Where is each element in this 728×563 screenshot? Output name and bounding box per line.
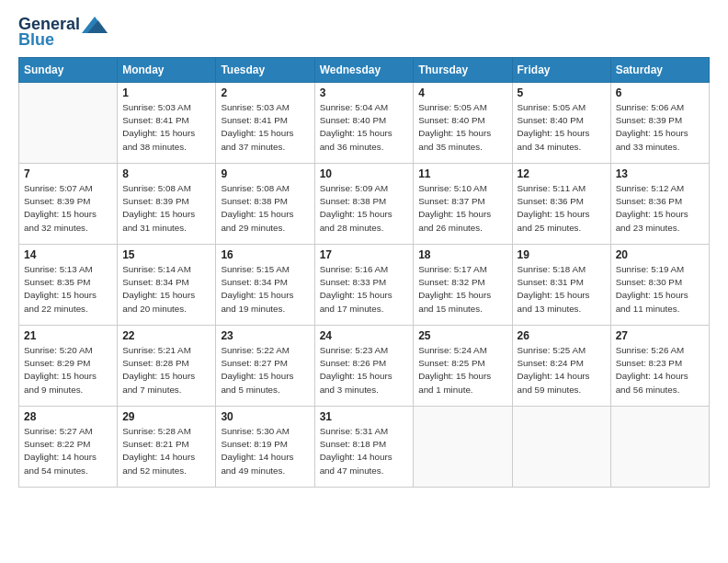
day-of-week-header: Saturday [610,58,709,83]
calendar-cell: 13Sunrise: 5:12 AM Sunset: 8:36 PM Dayli… [610,164,709,245]
day-info: Sunrise: 5:10 AM Sunset: 8:37 PM Dayligh… [418,182,506,235]
day-number: 8 [122,167,210,180]
calendar-cell: 29Sunrise: 5:28 AM Sunset: 8:21 PM Dayli… [118,407,216,488]
logo-icon [82,17,108,33]
day-number: 23 [221,329,309,342]
calendar-cell: 7Sunrise: 5:07 AM Sunset: 8:39 PM Daylig… [19,164,118,245]
day-info: Sunrise: 5:13 AM Sunset: 8:35 PM Dayligh… [24,263,112,316]
day-info: Sunrise: 5:17 AM Sunset: 8:32 PM Dayligh… [418,263,506,316]
calendar-cell: 24Sunrise: 5:23 AM Sunset: 8:26 PM Dayli… [314,326,414,407]
day-of-week-header: Monday [118,58,216,83]
day-info: Sunrise: 5:07 AM Sunset: 8:39 PM Dayligh… [24,182,112,235]
day-number: 31 [320,410,409,423]
day-number: 19 [518,248,606,261]
page-header: General Blue [18,15,710,50]
day-info: Sunrise: 5:08 AM Sunset: 8:38 PM Dayligh… [221,182,309,235]
day-number: 10 [320,167,409,180]
day-info: Sunrise: 5:09 AM Sunset: 8:38 PM Dayligh… [320,182,409,235]
calendar-cell [19,83,118,164]
day-info: Sunrise: 5:26 AM Sunset: 8:23 PM Dayligh… [616,344,704,396]
calendar-cell: 30Sunrise: 5:30 AM Sunset: 8:19 PM Dayli… [216,407,314,488]
calendar-cell: 1Sunrise: 5:03 AM Sunset: 8:41 PM Daylig… [118,83,216,164]
day-of-week-header: Tuesday [216,58,314,83]
calendar-table: SundayMondayTuesdayWednesdayThursdayFrid… [18,57,710,488]
day-number: 25 [418,329,506,342]
calendar-header-row: SundayMondayTuesdayWednesdayThursdayFrid… [19,58,710,83]
calendar-cell: 15Sunrise: 5:14 AM Sunset: 8:34 PM Dayli… [118,245,216,326]
calendar-cell: 14Sunrise: 5:13 AM Sunset: 8:35 PM Dayli… [19,245,118,326]
day-info: Sunrise: 5:30 AM Sunset: 8:19 PM Dayligh… [221,425,309,477]
calendar-cell: 4Sunrise: 5:05 AM Sunset: 8:40 PM Daylig… [414,83,512,164]
day-number: 15 [122,248,210,261]
day-number: 30 [221,410,309,423]
day-number: 27 [616,329,704,342]
logo-blue: Blue [18,30,54,50]
calendar-cell: 16Sunrise: 5:15 AM Sunset: 8:34 PM Dayli… [216,245,314,326]
day-info: Sunrise: 5:22 AM Sunset: 8:27 PM Dayligh… [221,344,309,396]
calendar-week-row: 14Sunrise: 5:13 AM Sunset: 8:35 PM Dayli… [19,245,710,326]
calendar-cell: 21Sunrise: 5:20 AM Sunset: 8:29 PM Dayli… [19,326,118,407]
calendar-cell: 25Sunrise: 5:24 AM Sunset: 8:25 PM Dayli… [414,326,512,407]
day-info: Sunrise: 5:03 AM Sunset: 8:41 PM Dayligh… [221,101,309,154]
day-number: 6 [616,86,704,99]
day-info: Sunrise: 5:08 AM Sunset: 8:39 PM Dayligh… [122,182,210,235]
calendar-cell [414,407,512,488]
day-number: 3 [320,86,409,99]
day-number: 28 [24,410,112,423]
calendar-cell: 28Sunrise: 5:27 AM Sunset: 8:22 PM Dayli… [19,407,118,488]
day-info: Sunrise: 5:18 AM Sunset: 8:31 PM Dayligh… [518,263,606,316]
day-info: Sunrise: 5:05 AM Sunset: 8:40 PM Dayligh… [418,101,506,154]
calendar-cell: 6Sunrise: 5:06 AM Sunset: 8:39 PM Daylig… [610,83,709,164]
calendar-cell [512,407,610,488]
day-number: 13 [616,167,704,180]
day-number: 4 [418,86,506,99]
day-info: Sunrise: 5:03 AM Sunset: 8:41 PM Dayligh… [122,101,210,154]
day-info: Sunrise: 5:28 AM Sunset: 8:21 PM Dayligh… [122,425,210,477]
day-info: Sunrise: 5:21 AM Sunset: 8:28 PM Dayligh… [122,344,210,396]
day-number: 21 [24,329,112,342]
calendar-cell: 8Sunrise: 5:08 AM Sunset: 8:39 PM Daylig… [118,164,216,245]
day-info: Sunrise: 5:14 AM Sunset: 8:34 PM Dayligh… [122,263,210,316]
day-info: Sunrise: 5:20 AM Sunset: 8:29 PM Dayligh… [24,344,112,396]
calendar-cell: 18Sunrise: 5:17 AM Sunset: 8:32 PM Dayli… [414,245,512,326]
day-number: 9 [221,167,309,180]
day-number: 18 [418,248,506,261]
day-number: 7 [24,167,112,180]
calendar-cell: 9Sunrise: 5:08 AM Sunset: 8:38 PM Daylig… [216,164,314,245]
calendar-cell: 2Sunrise: 5:03 AM Sunset: 8:41 PM Daylig… [216,83,314,164]
day-number: 2 [221,86,309,99]
day-info: Sunrise: 5:19 AM Sunset: 8:30 PM Dayligh… [616,263,704,316]
day-info: Sunrise: 5:23 AM Sunset: 8:26 PM Dayligh… [320,344,409,396]
calendar-cell: 23Sunrise: 5:22 AM Sunset: 8:27 PM Dayli… [216,326,314,407]
day-number: 16 [221,248,309,261]
calendar-cell: 20Sunrise: 5:19 AM Sunset: 8:30 PM Dayli… [610,245,709,326]
day-number: 24 [320,329,409,342]
logo: General Blue [18,15,108,50]
day-of-week-header: Wednesday [314,58,414,83]
day-info: Sunrise: 5:24 AM Sunset: 8:25 PM Dayligh… [418,344,506,396]
calendar-week-row: 1Sunrise: 5:03 AM Sunset: 8:41 PM Daylig… [19,83,710,164]
day-number: 11 [418,167,506,180]
day-number: 5 [518,86,606,99]
day-info: Sunrise: 5:04 AM Sunset: 8:40 PM Dayligh… [320,101,409,154]
day-info: Sunrise: 5:12 AM Sunset: 8:36 PM Dayligh… [616,182,704,235]
day-info: Sunrise: 5:25 AM Sunset: 8:24 PM Dayligh… [518,344,606,396]
calendar-week-row: 21Sunrise: 5:20 AM Sunset: 8:29 PM Dayli… [19,326,710,407]
day-info: Sunrise: 5:06 AM Sunset: 8:39 PM Dayligh… [616,101,704,154]
calendar-cell: 31Sunrise: 5:31 AM Sunset: 8:18 PM Dayli… [314,407,414,488]
day-info: Sunrise: 5:11 AM Sunset: 8:36 PM Dayligh… [518,182,606,235]
day-number: 17 [320,248,409,261]
calendar-week-row: 7Sunrise: 5:07 AM Sunset: 8:39 PM Daylig… [19,164,710,245]
calendar-cell: 17Sunrise: 5:16 AM Sunset: 8:33 PM Dayli… [314,245,414,326]
calendar-cell [610,407,709,488]
day-number: 14 [24,248,112,261]
day-number: 12 [518,167,606,180]
calendar-cell: 3Sunrise: 5:04 AM Sunset: 8:40 PM Daylig… [314,83,414,164]
calendar-cell: 10Sunrise: 5:09 AM Sunset: 8:38 PM Dayli… [314,164,414,245]
day-of-week-header: Thursday [414,58,512,83]
calendar-cell: 27Sunrise: 5:26 AM Sunset: 8:23 PM Dayli… [610,326,709,407]
calendar-week-row: 28Sunrise: 5:27 AM Sunset: 8:22 PM Dayli… [19,407,710,488]
calendar-cell: 12Sunrise: 5:11 AM Sunset: 8:36 PM Dayli… [512,164,610,245]
calendar-cell: 11Sunrise: 5:10 AM Sunset: 8:37 PM Dayli… [414,164,512,245]
calendar-cell: 22Sunrise: 5:21 AM Sunset: 8:28 PM Dayli… [118,326,216,407]
